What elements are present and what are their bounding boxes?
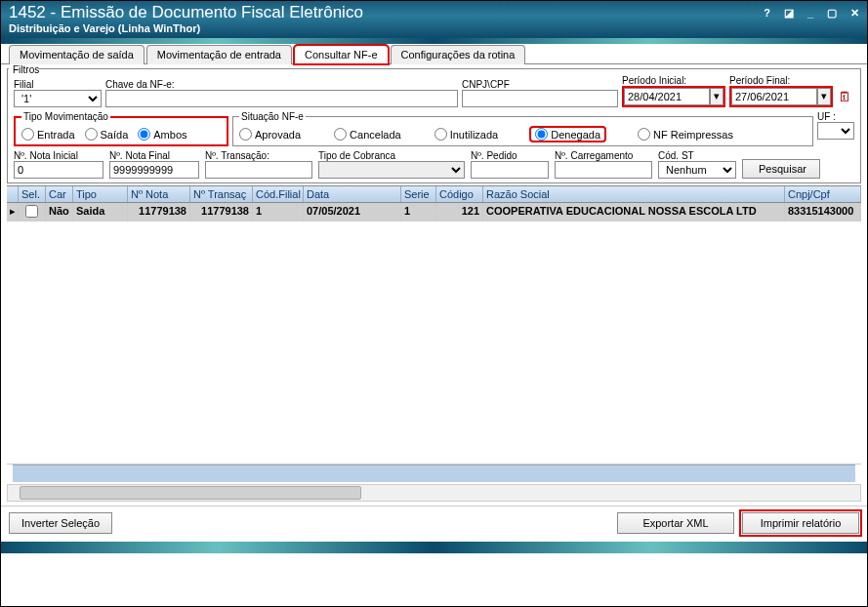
maximize-icon[interactable]: ▢ <box>823 7 841 20</box>
col-tipo[interactable]: Tipo <box>73 186 128 202</box>
label-chave: Chave da NF-e: <box>105 79 458 90</box>
col-ntrans[interactable]: Nº Transaç <box>190 186 253 202</box>
cell-data: 07/05/2021 <box>304 203 401 222</box>
cell-cnpj: 83315143000 <box>785 203 861 222</box>
label-pedido: Nº. Pedido <box>471 150 549 161</box>
cell-serie: 1 <box>401 203 436 222</box>
dropdown-icon[interactable]: ▾ <box>817 88 831 105</box>
grid-summary-strip <box>13 465 855 482</box>
input-pedido[interactable] <box>471 161 549 179</box>
help-icon[interactable]: ? <box>760 7 774 19</box>
cell-nnota: 11779138 <box>128 203 190 222</box>
radio-entrada[interactable]: Entrada <box>21 128 75 141</box>
scroll-thumb[interactable] <box>20 486 361 500</box>
table-row[interactable]: ▸ Não Saida 11779138 11779138 1 07/05/20… <box>7 203 861 222</box>
calendar-icon[interactable]: 🗓 <box>835 87 854 106</box>
fieldset-tipo-movimentacao: Tipo Movimentação Entrada Saída Ambos <box>14 111 228 146</box>
col-codigo[interactable]: Código <box>436 186 483 202</box>
grid-header: Sel. Car Tipo Nº Nota Nº Transaç Cód.Fil… <box>7 185 861 203</box>
select-uf[interactable] <box>817 122 854 140</box>
field-filial: Filial '1' <box>14 79 102 107</box>
dropdown-icon[interactable]: ▾ <box>710 88 723 105</box>
imprimir-relatorio-button[interactable]: Imprimir relatório <box>742 512 859 534</box>
radio-saida[interactable]: Saída <box>85 128 129 141</box>
select-tipo-cobranca[interactable] <box>318 161 465 179</box>
col-razao[interactable]: Razão Social <box>483 186 785 202</box>
input-cnpj[interactable] <box>462 90 618 107</box>
input-periodo-inicial[interactable] <box>624 88 710 105</box>
tab-consultar-nfe[interactable]: Consultar NF-e <box>294 45 389 64</box>
cell-razao: COOPERATIVA EDUCACIONAL NOSSA ESCOLA LTD <box>483 203 785 222</box>
label-uf: UF : <box>817 111 854 122</box>
cell-cfilial: 1 <box>253 203 304 222</box>
col-sel[interactable]: Sel. <box>19 186 46 202</box>
col-car[interactable]: Car <box>46 186 73 202</box>
input-nota-inicial[interactable] <box>14 161 103 179</box>
label-cod-st: Cód. ST <box>658 150 736 161</box>
field-uf: UF : <box>817 111 854 146</box>
pesquisar-button[interactable]: Pesquisar <box>742 159 820 179</box>
field-pedido: Nº. Pedido <box>471 150 549 179</box>
label-periodo-final: Período Final: <box>729 75 854 86</box>
field-transacao: Nº. Transação: <box>205 150 312 179</box>
cell-codigo: 121 <box>436 203 483 222</box>
grid-hscrollbar[interactable] <box>7 484 861 502</box>
results-grid: Sel. Car Tipo Nº Nota Nº Transaç Cód.Fil… <box>7 185 861 482</box>
filters-panel: Filial '1' Chave da NF-e: CNPJ\CPF Perío… <box>7 68 861 183</box>
radio-inutilizada[interactable]: Inutilizada <box>434 128 499 141</box>
label-cnpj: CNPJ\CPF <box>462 79 618 90</box>
tab-movimentacao-entrada[interactable]: Movimentação de entrada <box>146 45 292 64</box>
col-marker[interactable] <box>7 186 19 202</box>
radio-ambos[interactable]: Ambos <box>138 128 186 141</box>
col-data[interactable]: Data <box>304 186 401 202</box>
label-tipo-cobranca: Tipo de Cobranca <box>318 150 465 161</box>
tab-movimentacao-saida[interactable]: Movimentação de saída <box>9 45 145 64</box>
input-periodo-final[interactable] <box>731 88 817 105</box>
titlebar: 1452 - Emissão de Documento Fiscal Eletr… <box>1 1 867 38</box>
window-controls: ? ◪ _ ▢ ✕ <box>760 7 863 20</box>
bottom-bar: Inverter Seleção Exportar XML Imprimir r… <box>1 506 867 540</box>
tabs: Movimentação de saída Movimentação de en… <box>1 44 867 64</box>
field-nota-inicial: Nº. Nota Inicial <box>14 150 103 179</box>
radio-cancelada[interactable]: Cancelada <box>334 128 401 141</box>
select-filial[interactable]: '1' <box>14 90 102 107</box>
col-cnpj[interactable]: Cnpj/Cpf <box>785 186 861 202</box>
cell-car: Não <box>46 203 73 222</box>
input-chave[interactable] <box>105 90 458 107</box>
label-transacao: Nº. Transação: <box>205 150 312 161</box>
legend-tipo-mov: Tipo Movimentação <box>21 111 110 122</box>
radio-aprovada[interactable]: Aprovada <box>239 128 301 141</box>
legend-situacao: Situação NF-e <box>239 111 306 122</box>
field-periodo-final: Período Final: ▾ 🗓 <box>729 75 854 107</box>
label-nota-final: Nº. Nota Final <box>109 150 199 161</box>
field-tipo-cobranca: Tipo de Cobranca <box>318 150 465 179</box>
col-cfilial[interactable]: Cód.Filial <box>253 186 304 202</box>
cell-sel[interactable] <box>19 203 46 222</box>
field-cod-st: Cód. ST Nenhum <box>658 150 736 179</box>
window-title: 1452 - Emissão de Documento Fiscal Eletr… <box>9 3 363 22</box>
close-icon[interactable]: ✕ <box>847 7 863 20</box>
cell-tipo: Saida <box>73 203 128 222</box>
select-cod-st[interactable]: Nenhum <box>658 161 736 179</box>
input-nota-final[interactable] <box>109 161 199 179</box>
label-periodo-inicial: Período Inicial: <box>622 75 725 86</box>
tab-configuracoes[interactable]: Configurações da rotina <box>391 45 526 64</box>
label-nota-inicial: Nº. Nota Inicial <box>14 150 103 161</box>
cell-ntrans: 11779138 <box>190 203 253 222</box>
field-nota-final: Nº. Nota Final <box>109 150 199 179</box>
edit-icon[interactable]: ◪ <box>780 7 798 20</box>
col-nnota[interactable]: Nº Nota <box>128 186 190 202</box>
fieldset-situacao-nfe: Situação NF-e Aprovada Cancelada Inutili… <box>232 111 813 146</box>
exportar-xml-button[interactable]: Exportar XML <box>617 512 734 534</box>
input-transacao[interactable] <box>205 161 312 179</box>
radio-denegada[interactable]: Denegada <box>531 128 604 141</box>
label-carregamento: Nº. Carregamento <box>555 150 652 161</box>
row-marker: ▸ <box>7 203 19 222</box>
col-serie[interactable]: Serie <box>401 186 436 202</box>
input-carregamento[interactable] <box>555 161 652 179</box>
minimize-icon[interactable]: _ <box>804 7 817 19</box>
inverter-selecao-button[interactable]: Inverter Seleção <box>9 512 112 534</box>
radio-reimpressas[interactable]: NF Reimpressas <box>638 128 733 141</box>
field-cnpj: CNPJ\CPF <box>462 79 618 107</box>
label-filial: Filial <box>14 79 102 90</box>
